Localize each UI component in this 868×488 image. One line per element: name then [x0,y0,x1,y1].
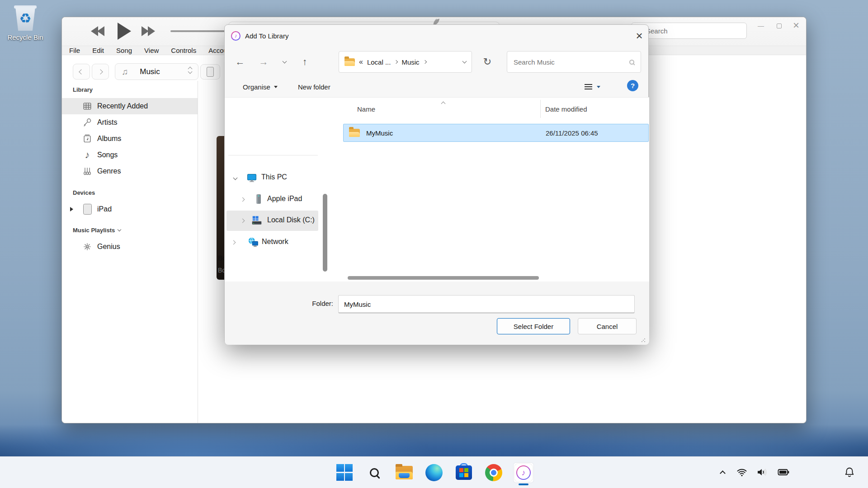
taskbar-itunes-button[interactable]: ♪ [514,463,533,483]
column-separator[interactable] [540,100,541,118]
menu-file[interactable]: File [69,47,80,54]
volume-button[interactable] [755,463,769,481]
list-view-icon [585,83,592,91]
taskbar-start-button[interactable] [335,463,354,483]
notification-bell-button[interactable] [840,456,859,488]
speaker-icon [756,467,769,478]
sidebar-item-recently-added[interactable]: Recently Added [62,98,198,114]
library-picker[interactable]: ♫ Music [115,63,198,80]
tree-item-network[interactable]: Network [225,234,322,250]
ipad-device-icon [82,204,93,215]
play-icon [118,23,131,40]
up-button[interactable]: ↑ [297,53,312,71]
windows-logo-icon [336,464,353,481]
breadcrumb-overflow[interactable]: « [359,58,363,66]
window-close-button[interactable]: × [788,18,804,33]
microphone-icon [82,117,93,128]
wifi-button[interactable] [736,463,748,481]
sidebar-item-albums[interactable]: Albums [62,131,198,147]
cancel-button[interactable]: Cancel [578,318,637,334]
play-button[interactable] [115,22,133,40]
breadcrumb-item-music[interactable]: Music [401,58,419,66]
menu-edit[interactable]: Edit [92,47,104,54]
recycle-bin-icon: ♻ [14,5,37,32]
taskbar-file-explorer-button[interactable] [394,463,414,483]
library-header: Library [73,86,93,93]
sidebar-item-genius[interactable]: Genius [62,239,198,255]
expander-icon[interactable] [70,207,73,211]
dialog-titlebar[interactable]: ♪ Add To Library [225,25,648,47]
forward-button[interactable] [92,64,109,80]
dialog-back-button[interactable]: ← [233,53,247,71]
folder-icon [344,58,355,66]
player-sidebar: Library Recently Added Artists Albums ♪ … [62,81,198,423]
back-button[interactable] [73,64,90,80]
select-folder-button[interactable]: Select Folder [497,318,570,334]
file-explorer-icon [396,466,413,479]
dialog-close-button[interactable]: × [631,28,648,44]
player-search-input[interactable] [646,27,732,35]
dialog-forward-button[interactable]: → [256,53,271,71]
search-icon [629,60,634,65]
rewind-button[interactable] [88,25,107,37]
music-note-icon: ♫ [122,67,128,77]
help-button[interactable]: ? [627,80,638,91]
hidden-icons-button[interactable] [717,463,728,481]
breadcrumb-separator-icon[interactable] [423,60,426,64]
playlists-header[interactable]: Music Playlists [73,227,121,234]
recycle-bin-label: Recycle Bin [5,33,46,41]
resize-grip[interactable] [641,338,646,343]
devices-header: Devices [73,189,95,196]
menu-song[interactable]: Song [116,47,132,54]
tree-scrollbar[interactable] [323,194,327,272]
fast-forward-button[interactable] [139,25,158,37]
taskbar-edge-button[interactable] [424,463,444,483]
battery-button[interactable] [776,463,791,481]
menu-controls[interactable]: Controls [171,47,196,54]
taskbar-chrome-button[interactable] [484,463,504,483]
tree-item-local-disk[interactable]: Local Disk (C:) [225,212,322,229]
sidebar-item-ipad[interactable]: iPad [62,201,198,217]
horizontal-scrollbar[interactable] [348,276,539,280]
new-folder-button[interactable]: New folder [292,78,336,95]
organise-button[interactable]: Organise [237,78,283,95]
dropdown-triangle-icon [597,86,600,88]
chevron-collapsed-icon[interactable] [241,218,245,223]
dialog-search-input[interactable] [514,58,629,66]
recent-locations-button[interactable] [278,53,291,71]
sidebar-item-genres[interactable]: Genres [62,163,198,179]
taskbar-search-button[interactable] [364,463,384,483]
note-icon: ♪ [82,150,93,160]
column-header-date[interactable]: Date modified [545,105,587,113]
device-button[interactable] [200,64,220,80]
maximize-icon [777,23,782,28]
file-row-mymusic[interactable]: MyMusic 26/11/2025 06:45 [343,124,649,142]
address-dropdown-icon[interactable] [462,59,467,64]
tree-item-this-pc[interactable]: This PC [225,169,322,186]
dialog-title: Add To Library [245,32,288,40]
menu-view[interactable]: View [144,47,159,54]
chevron-collapsed-icon[interactable] [241,197,245,202]
address-bar[interactable]: « Local ... Music [339,51,472,73]
sidebar-item-artists[interactable]: Artists [62,114,198,131]
folder-label: Folder: [288,300,333,307]
folder-icon [349,129,360,137]
breadcrumb-separator-icon[interactable] [394,60,398,64]
taskbar-store-button[interactable] [454,463,474,483]
minimize-button[interactable]: — [753,19,769,33]
tree-item-apple-ipad[interactable]: Apple iPad [225,191,322,207]
edge-icon [425,464,443,481]
wifi-icon [736,467,748,478]
folder-name-input[interactable] [338,295,635,313]
refresh-button[interactable]: ↻ [479,53,495,71]
sidebar-item-songs[interactable]: ♪ Songs [62,147,198,163]
recycle-bin-shortcut[interactable]: ♻ Recycle Bin [5,5,46,41]
column-header-name[interactable]: Name [357,105,375,113]
breadcrumb-item-local[interactable]: Local ... [367,58,391,66]
view-toggle-button[interactable] [582,79,603,94]
chevron-collapsed-icon[interactable] [231,240,236,244]
dialog-search-box[interactable] [507,51,641,73]
chevron-left-icon [79,69,84,74]
maximize-button[interactable] [771,19,787,33]
chevron-expanded-icon[interactable] [233,175,238,180]
